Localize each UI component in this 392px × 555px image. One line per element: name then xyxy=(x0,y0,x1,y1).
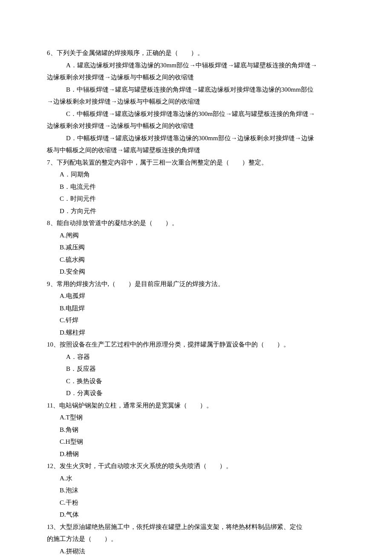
q9-option-d: D.螺柱焊 xyxy=(47,327,345,339)
q12-stem: 12、发生火灾时，干式自动喷水灭火系统的喷头先喷洒（ ）。 xyxy=(47,460,345,472)
question-12: 12、发生火灾时，干式自动喷水灭火系统的喷头先喷洒（ ）。 A.水 B.泡沫 C… xyxy=(47,460,345,521)
q13-option-a: A.拼砌法 xyxy=(47,545,345,555)
q6-option-c-line1: C．中幅板焊缝→罐底边缘板对接焊缝靠边缘的300m部位→罐底与罐壁板连接的角焊缝… xyxy=(47,108,345,120)
q6-option-a-line2: 边缘板剩余对接焊缝→边缘板与中幅板之间的收缩缝 xyxy=(47,71,345,84)
q6-option-a-line1: A．罐底边缘板对接焊缝靠边缘的30mm部位→中辐板焊缝→罐底与罐壁板连接的角焊缝… xyxy=(47,59,345,72)
q7-option-a: A．同期角 xyxy=(47,168,345,181)
q9-option-a: A.电孤焊 xyxy=(47,290,345,302)
q8-stem: 8、能自动排放管道中的凝结水的是（ ）。 xyxy=(47,217,345,229)
q11-option-b: B.角钢 xyxy=(47,424,345,436)
q6-option-b-line2: →边缘板剩余对接焊缝→边缘板与中幅板之间的收缩缝 xyxy=(47,95,345,108)
q12-option-b: B.泡沫 xyxy=(47,484,345,497)
q11-option-a: A.T型钢 xyxy=(47,411,345,424)
q13-stem-line2: 的施工方法是（ ）。 xyxy=(47,533,345,545)
q11-stem: 11、电站锅炉钢架的立柱，通常采用的是宽翼缘（ ）。 xyxy=(47,399,345,412)
q7-option-c: C．时间元件 xyxy=(47,193,345,205)
q8-option-b: B.减压阀 xyxy=(47,241,345,254)
q6-option-d-line2: 板与中幅板之间的收缩缝→罐底与罐壁板连接的角焊缝 xyxy=(47,144,345,156)
question-11: 11、电站锅炉钢架的立柱，通常采用的是宽翼缘（ ）。 A.T型钢 B.角钢 C.… xyxy=(47,399,345,460)
q13-stem-line1: 13、大型原油罐绝热层施工中，依托焊接在罐壁上的保温支架，将绝热材料制品绑紧、定… xyxy=(47,521,345,533)
q12-option-c: C.干粉 xyxy=(47,497,345,509)
question-10: 10、按照设备在生产工艺过程中的作用原理分类，搅拌罐属于静置设备中的（ ）。 A… xyxy=(47,338,345,399)
question-7: 7、下列配电装置的整定内容中，属于三相一次重合闸整定的是（ ）整定。 A．同期角… xyxy=(47,156,345,217)
q8-option-d: D.安全阀 xyxy=(47,266,345,278)
q7-stem: 7、下列配电装置的整定内容中，属于三相一次重合闸整定的是（ ）整定。 xyxy=(47,156,345,169)
q12-option-a: A.水 xyxy=(47,472,345,485)
q7-option-b: B．电流元件 xyxy=(47,181,345,193)
q8-option-a: A.闸阀 xyxy=(47,229,345,242)
q6-stem: 6、下列关于金属储罐的焊接顺序，正确的是（ ）。 xyxy=(47,47,345,59)
q10-option-a: A．容器 xyxy=(47,351,345,363)
q9-stem: 9、常用的焊接方法中,（ ）是目前应用最广泛的焊接方法。 xyxy=(47,278,345,290)
q10-option-d: D．分离设备 xyxy=(47,387,345,399)
question-6: 6、下列关于金属储罐的焊接顺序，正确的是（ ）。 A．罐底边缘板对接焊缝靠边缘的… xyxy=(47,47,345,156)
q6-option-c-line2: 边缘板剩余对接焊缝→边缘板与中幅板之间的收缩缝 xyxy=(47,120,345,132)
q12-option-d: D.气体 xyxy=(47,509,345,521)
q6-option-b-line1: B．中辐板焊缝→罐底与罐壁板连接的角焊缝→罐底边缘板对接焊缝靠边缘的300mm部… xyxy=(47,84,345,96)
q6-option-d-line1: D．中幅板焊缝→罐底边缘板对接焊缝靠边缘的300mm部位→边缘板剩余对接焊缝→边… xyxy=(47,132,345,145)
q9-option-c: C.钎焊 xyxy=(47,314,345,327)
q7-option-d: D．方向元件 xyxy=(47,205,345,217)
question-9: 9、常用的焊接方法中,（ ）是目前应用最广泛的焊接方法。 A.电孤焊 B.电阻焊… xyxy=(47,278,345,339)
question-13: 13、大型原油罐绝热层施工中，依托焊接在罐壁上的保温支架，将绝热材料制品绑紧、定… xyxy=(47,521,345,555)
q11-option-d: D.槽钢 xyxy=(47,448,345,460)
q10-option-b: B．反应器 xyxy=(47,363,345,375)
q10-option-c: C．换热设备 xyxy=(47,375,345,387)
q11-option-c: C.H型钢 xyxy=(47,436,345,448)
q10-stem: 10、按照设备在生产工艺过程中的作用原理分类，搅拌罐属于静置设备中的（ ）。 xyxy=(47,338,345,351)
question-8: 8、能自动排放管道中的凝结水的是（ ）。 A.闸阀 B.减压阀 C.硫水阀 D.… xyxy=(47,217,345,278)
q8-option-c: C.硫水阀 xyxy=(47,254,345,266)
q9-option-b: B.电阻焊 xyxy=(47,302,345,315)
